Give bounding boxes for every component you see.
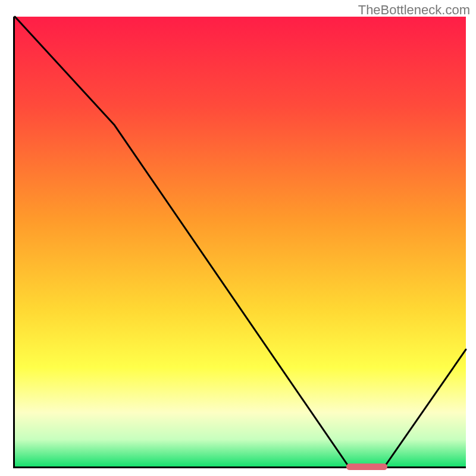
plot-area bbox=[13, 17, 466, 468]
watermark-text: TheBottleneck.com bbox=[358, 2, 470, 18]
optimal-range-marker bbox=[346, 464, 387, 470]
bottleneck-curve bbox=[15, 17, 466, 466]
bottleneck-chart: TheBottleneck.com bbox=[0, 0, 476, 476]
